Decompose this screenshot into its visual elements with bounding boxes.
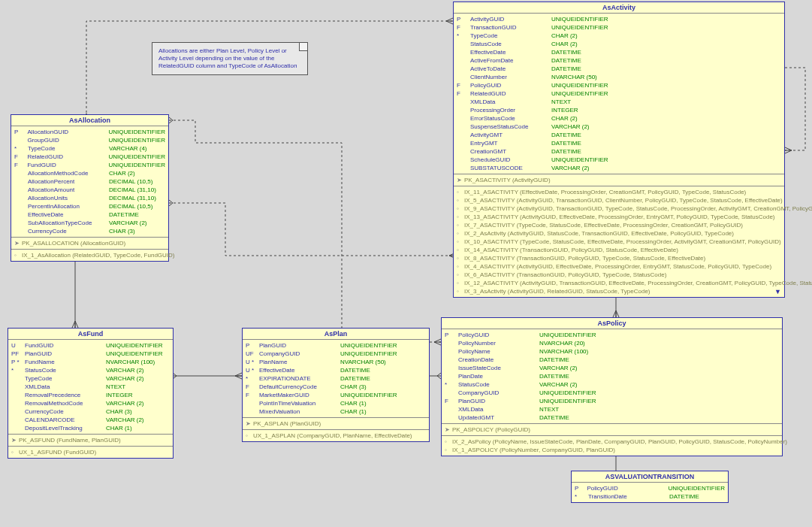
column-row: FTransactionGUIDUNIQUEIDENTIFIER: [457, 23, 781, 32]
entity-columns: PPlanGUIDUNIQUEIDENTIFIERUFCompanyGUIDUN…: [243, 340, 429, 417]
entity-indexes: ◦UX_1_ASFUND (FundGUID): [8, 446, 173, 458]
scroll-down-icon[interactable]: ▼: [774, 288, 781, 295]
column-name: ClientNumber: [470, 73, 545, 81]
column-type: VARCHAR (2): [533, 364, 578, 372]
column-name: AllocationPercent: [28, 177, 103, 186]
index-row: ◦IX_2_AsActivity (ActivityGUID, StatusCo…: [457, 229, 781, 238]
index-row: ◦IX_10_ASACTIVITY (TypeCode, StatusCode,…: [457, 238, 781, 246]
index-row: ◦UX_1_ASPLAN (CompanyGUID, PlanName, Eff…: [246, 432, 426, 440]
column-row: FFundGUIDUNIQUEIDENTIFIER: [14, 161, 165, 169]
column-name: CALENDARCODE: [25, 416, 100, 424]
entity-asplan[interactable]: AsPlan PPlanGUIDUNIQUEIDENTIFIERUFCompan…: [242, 328, 430, 442]
index-row: ◦IX_4_ASACTIVITY (ActivityGUID, Effectiv…: [457, 262, 781, 271]
column-row: PolicyNameNVARCHAR (100): [445, 347, 779, 356]
index-text: IX_9_ASACTIVITY (ActivityGUID, Transacti…: [464, 205, 812, 212]
column-row: PercentInAllocationDECIMAL (10,5): [14, 202, 165, 210]
column-row: AllocationPercentDECIMAL (10,5): [14, 177, 165, 186]
column-name: RemovalPrecedence: [25, 391, 100, 399]
column-key: [445, 364, 458, 372]
column-type: UNIQUEIDENTIFIER: [545, 156, 608, 164]
entity-indexes: ◦IX_1_AsAllocation (RelatedGUID, TypeCod…: [11, 249, 168, 261]
column-row: EffectiveDateDATETIME: [14, 210, 165, 219]
column-type: VARCHAR (2): [545, 123, 590, 131]
column-name: RelatedGUID: [470, 89, 545, 98]
index-icon: ◦: [457, 254, 464, 262]
column-key: *: [575, 492, 588, 501]
index-text: IX_6_ASACTIVITY (TransactionGUID, Policy…: [464, 271, 666, 278]
column-name: PlanGUID: [458, 397, 533, 405]
column-row: GroupGUIDUNIQUEIDENTIFIER: [14, 136, 165, 144]
column-key: [445, 405, 458, 413]
entity-title: ASVALUATIONTRANSITION: [572, 471, 728, 483]
column-type: UNIQUEIDENTIFIER: [545, 15, 608, 23]
column-row: UFundGUIDUNIQUEIDENTIFIER: [11, 341, 170, 350]
column-name: PlanName: [259, 358, 334, 366]
column-type: CHAR (3): [103, 227, 135, 235]
column-type: NVARCHAR (100): [100, 358, 155, 366]
index-icon: ◦: [457, 188, 464, 196]
entity-pk: ➤PK_ASPOLICY (PolicyGUID): [442, 423, 782, 435]
column-row: MixedValuationCHAR (1): [246, 407, 426, 416]
column-type: CHAR (2): [545, 32, 578, 40]
column-name: CreationDate: [458, 356, 533, 364]
column-row: AllocationMethodCodeCHAR (2): [14, 169, 165, 177]
index-text: IX_3_AsActivity (ActivityGUID, RelatedGU…: [464, 288, 651, 295]
column-row: FRelatedGUIDUNIQUEIDENTIFIER: [457, 89, 781, 98]
column-row: FRelatedGUIDUNIQUEIDENTIFIER: [14, 153, 165, 161]
column-type: UNIQUEIDENTIFIER: [533, 397, 596, 405]
column-name: MixedValuation: [259, 407, 334, 416]
entity-title: AsActivity: [454, 2, 784, 14]
column-key: [445, 413, 458, 422]
index-row: ◦IX_3_AsActivity (ActivityGUID, RelatedG…: [457, 287, 781, 295]
column-type: NTEXT: [100, 383, 125, 391]
column-key: *: [11, 366, 25, 374]
index-text: UX_1_ASFUND (FundGUID): [19, 449, 96, 456]
entity-indexes: ◦UX_1_ASPLAN (CompanyGUID, PlanName, Eff…: [243, 429, 429, 441]
column-key: [246, 407, 259, 416]
column-row: FPolicyGUIDUNIQUEIDENTIFIER: [457, 81, 781, 89]
entity-columns: PPolicyGUIDUNIQUEIDENTIFIERPolicyNumberN…: [442, 329, 782, 423]
column-type: DATETIME: [533, 372, 569, 380]
column-key: [445, 356, 458, 364]
column-key: F: [457, 81, 470, 89]
index-row: ◦UX_1_ASFUND (FundGUID): [11, 448, 170, 456]
entity-asfund[interactable]: AsFund UFundGUIDUNIQUEIDENTIFIERPFPlanGU…: [8, 328, 174, 459]
entity-pk: ➤PK_ASPLAN (PlanGUID): [243, 417, 429, 429]
column-name: ProcessingOrder: [470, 106, 545, 114]
column-row: RemovalPrecedenceINTEGER: [11, 391, 170, 399]
column-type: UNIQUEIDENTIFIER: [533, 331, 596, 339]
column-row: DepositLevelTrackingCHAR (1): [11, 424, 170, 432]
column-name: PolicyGUID: [587, 484, 662, 492]
column-type: CHAR (2): [545, 40, 578, 48]
column-key: P: [246, 341, 259, 350]
column-type: NTEXT: [533, 405, 559, 413]
column-type: DATETIME: [103, 210, 139, 219]
column-key: [14, 210, 28, 219]
column-row: ActiveFromDateDATETIME: [457, 56, 781, 65]
column-key: F: [445, 397, 458, 405]
entity-asvaluationtransition[interactable]: ASVALUATIONTRANSITION PPolicyGUIDUNIQUEI…: [571, 471, 729, 503]
entity-asactivity[interactable]: AsActivity PActivityGUIDUNIQUEIDENTIFIER…: [453, 2, 785, 298]
index-text: IX_8_ASACTIVITY (TransactionGUID, Policy…: [464, 255, 705, 262]
index-icon: ◦: [457, 271, 464, 279]
index-row: ◦IX_1_ASPOLICY (PolicyNumber, CompanyGUI…: [445, 446, 779, 454]
column-key: P *: [11, 358, 25, 366]
index-icon: ◦: [457, 229, 464, 238]
column-type: CHAR (2): [545, 114, 578, 123]
entity-pk: ➤PK_ASALLOCATION (AllocationGUID): [11, 237, 168, 249]
column-row: EntryGMTDATETIME: [457, 139, 781, 147]
column-key: [14, 219, 28, 227]
column-name: DefaultCurrencyCode: [259, 383, 334, 391]
column-key: [11, 416, 25, 424]
column-row: PolicyNumberNVARCHAR (20): [445, 339, 779, 347]
index-icon: ◦: [457, 204, 464, 213]
column-key: F: [246, 391, 259, 399]
column-name: CurrencyCode: [25, 407, 100, 416]
note-text: Allocations are either Plan Level, Polic…: [158, 47, 297, 69]
entity-title: AsFund: [8, 329, 173, 340]
entity-asallocation[interactable]: AsAllocation PAllocationGUIDUNIQUEIDENTI…: [11, 114, 169, 262]
column-key: [457, 156, 470, 164]
column-key: [457, 65, 470, 73]
column-row: XMLDataNTEXT: [11, 383, 170, 391]
entity-aspolicy[interactable]: AsPolicy PPolicyGUIDUNIQUEIDENTIFIERPoli…: [441, 317, 783, 456]
